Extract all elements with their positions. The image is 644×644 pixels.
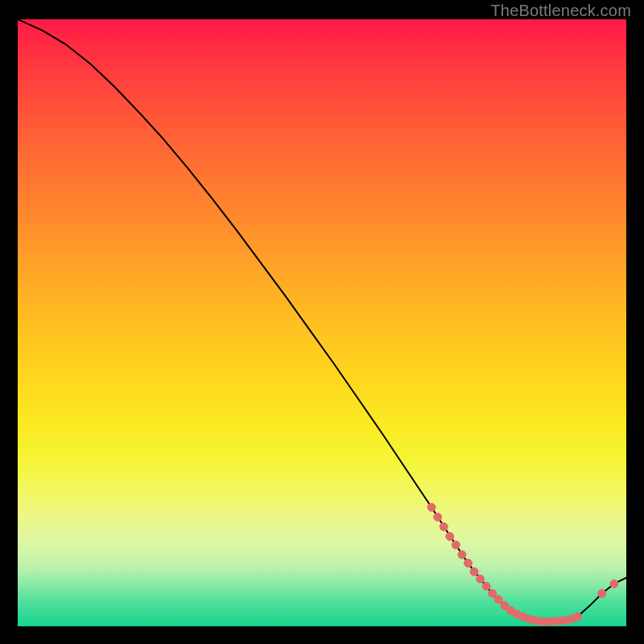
chart-frame: TheBottleneck.com (0, 0, 644, 644)
gradient-background (18, 19, 626, 626)
plot-area (18, 19, 626, 626)
watermark-label: TheBottleneck.com (490, 2, 631, 20)
